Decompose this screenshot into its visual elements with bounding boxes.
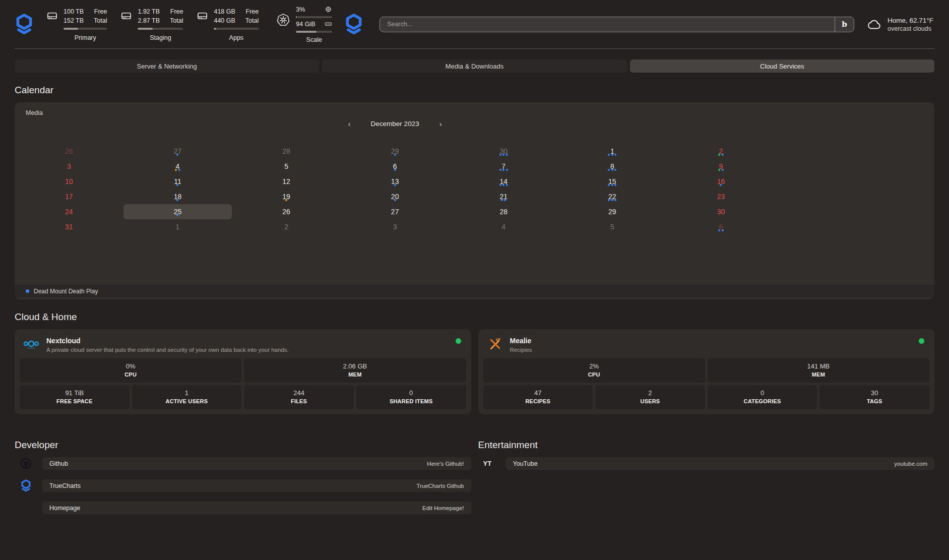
calendar-day[interactable]: 23 [667,189,776,204]
calendar-day[interactable]: 16 [667,174,776,189]
weekday-label [232,130,341,144]
bookmark-row: YT YouTube youtube.com [478,457,935,470]
calendar-day[interactable]: 18 [123,189,232,204]
calendar-day[interactable]: 6 [341,159,450,174]
calendar-day[interactable]: 8 [558,159,667,174]
service-name: Nextcloud [46,337,289,345]
bookmark-link[interactable]: YouTube youtube.com [506,457,935,470]
bookmark-description: Here's Github! [427,461,464,467]
calendar-day[interactable]: 3 [341,219,450,234]
weather-widget[interactable]: Home, 62.71°F overcast clouds [866,17,933,32]
event-dots [558,184,667,186]
stat-label: CPU [483,371,705,378]
calendar-day[interactable]: 30 [667,204,776,219]
calendar-day[interactable]: 30 [449,144,558,159]
scale-mem-bar [296,31,332,33]
calendar-day[interactable]: 17 [15,189,123,204]
calendar-day[interactable]: 27 [341,204,450,219]
cpu-icon [325,6,332,13]
storage-usage-bar [64,28,107,30]
storage-free-label: Free [245,7,259,16]
calendar-day[interactable]: 28 [232,144,341,159]
event-dots [667,229,776,231]
calendar-day[interactable]: 29 [341,144,450,159]
stat-label: MEM [708,371,929,378]
prev-month-button[interactable]: ‹ [348,120,351,128]
service-secondary-stats: 91 TiB FREE SPACE 1 ACTIVE USERS 244 [20,385,466,409]
weather-location-temp: Home, 62.71°F [888,17,933,24]
calendar-day[interactable]: 3 [15,159,123,174]
calendar-day[interactable]: 12 [232,174,341,189]
truecharts-logo-icon [15,13,34,35]
storage-free-value: 100 TB [64,7,84,16]
search-input[interactable] [380,17,835,32]
event-dots [341,199,450,201]
calendar-day[interactable]: 6 [667,219,776,234]
tab-cloud-services[interactable]: Cloud Services [630,59,934,73]
calendar-day[interactable]: 26 [232,204,341,219]
calendar-day[interactable]: 1 [123,219,232,234]
calendar-day-grid: 26 27 28 [15,144,775,234]
search-provider-button[interactable]: b [835,17,854,32]
event-dots [449,199,558,201]
calendar-day[interactable]: 24 [15,204,123,219]
calendar-day[interactable]: 7 [449,159,558,174]
bookmark-name: YouTube [513,460,538,467]
calendar-day[interactable]: 20 [341,189,450,204]
entertainment-section: Entertainment YT YouTube youtube.com [478,440,935,524]
calendar-day[interactable]: 26 [15,144,123,159]
service-secondary-stats: 47 RECIPES 2 USERS 0 CATEGORIES [483,385,930,409]
weekday-label [341,130,450,144]
tab-media-downloads[interactable]: Media & Downloads [322,59,626,73]
calendar-day[interactable]: 13 [341,174,450,189]
scale-widget-name: Scale [296,36,332,43]
service-card[interactable]: Nextcloud A private cloud server that pu… [15,329,471,414]
storage-widget: 418 GB Free 440 GB Total Apps [196,7,259,41]
event-dots [341,154,450,156]
calendar-weekday-row [15,130,775,144]
stat-value: 0 [708,389,817,397]
tab-server-networking[interactable]: Server & Networking [15,59,319,73]
event-dots [123,184,232,186]
calendar-day[interactable]: 5 [558,219,667,234]
next-month-button[interactable]: › [439,120,442,128]
calendar-day[interactable]: 31 [15,219,123,234]
calendar-day[interactable]: 4 [123,159,232,174]
calendar-day[interactable]: 29 [558,204,667,219]
storage-total-label: Total [170,16,183,25]
calendar-day[interactable]: 1 [558,144,667,159]
service-card[interactable]: Mealie Recipies 2% CPU [478,329,935,414]
stat-label: MEM [244,371,466,378]
calendar-day[interactable]: 14 [449,174,558,189]
calendar-day[interactable]: 21 [449,189,558,204]
storage-widget-name: Staging [138,34,183,41]
service-status-dot [456,338,461,344]
storage-widget: 100 TB Free 152 TB Total Primary [46,7,107,41]
disk-icon [120,10,133,22]
event-dots [667,184,776,186]
calendar-day[interactable]: 2 [667,144,776,159]
stat-value: 141 MB [708,362,929,370]
event-dots [123,214,232,216]
calendar-day[interactable]: 22 [558,189,667,204]
calendar-event[interactable]: Dead Mount Death Play [15,285,934,297]
calendar-day[interactable]: 10 [15,174,123,189]
calendar-day[interactable]: 25 [123,204,232,219]
calendar-day[interactable]: 15 [558,174,667,189]
bookmark-link[interactable]: Github Here's Github! [42,457,471,470]
calendar-day[interactable]: 5 [232,159,341,174]
bookmark-link[interactable]: Homepage Edit Homepage! [42,502,471,514]
stat-value: 2% [483,362,705,370]
service-primary-stats: 2% CPU 141 MB MEM [483,358,930,383]
calendar-day[interactable]: 28 [449,204,558,219]
event-dots [558,199,667,201]
calendar-day[interactable]: 19 [232,189,341,204]
calendar-day[interactable]: 27 [123,144,232,159]
calendar-day[interactable]: 9 [667,159,776,174]
calendar-day[interactable]: 4 [449,219,558,234]
calendar-day[interactable]: 2 [232,219,341,234]
storage-widgets: 100 TB Free 152 TB Total Primary 1. [46,7,259,41]
calendar-day[interactable]: 11 [123,174,232,189]
stat-label: CATEGORIES [708,398,817,404]
bookmark-link[interactable]: TrueCharts TrueCharts Github [42,479,471,492]
